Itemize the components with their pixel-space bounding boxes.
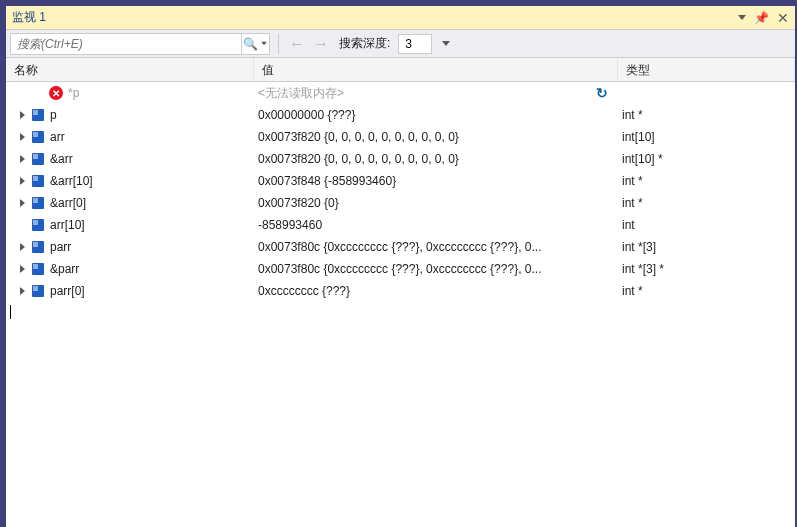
row-value: 0xcccccccc {???}	[258, 284, 614, 298]
type-cell: int *	[618, 284, 795, 298]
name-cell[interactable]: parr	[6, 239, 254, 255]
name-cell[interactable]: &arr	[6, 151, 254, 167]
expander-icon[interactable]	[16, 109, 28, 121]
table-row[interactable]: arr0x0073f820 {0, 0, 0, 0, 0, 0, 0, 0, 0…	[6, 126, 795, 148]
table-row[interactable]: &arr0x0073f820 {0, 0, 0, 0, 0, 0, 0, 0, …	[6, 148, 795, 170]
row-name: &parr	[50, 262, 79, 276]
table-row[interactable]: ✕*p<无法读取内存>↻	[6, 82, 795, 104]
row-value: 0x0073f820 {0}	[258, 196, 614, 210]
pin-icon[interactable]: 📌	[754, 11, 769, 25]
depth-value: 3	[405, 37, 412, 51]
expander-icon[interactable]	[16, 153, 28, 165]
expander-icon[interactable]	[16, 263, 28, 275]
value-cell[interactable]: 0x0073f848 {-858993460}	[254, 174, 618, 188]
row-value: 0x0073f820 {0, 0, 0, 0, 0, 0, 0, 0, 0, 0…	[258, 152, 614, 166]
type-cell: int *	[618, 196, 795, 210]
row-name: *p	[68, 86, 79, 100]
type-cell: int *	[618, 174, 795, 188]
row-name: &arr	[50, 152, 73, 166]
row-type: int *	[622, 174, 643, 188]
close-icon[interactable]: ✕	[777, 10, 789, 26]
row-type: int *	[622, 108, 643, 122]
value-cell[interactable]: 0x00000000 {???}	[254, 108, 618, 122]
variable-icon	[30, 283, 46, 299]
header-type[interactable]: 类型	[618, 58, 795, 81]
expander-icon[interactable]	[16, 241, 28, 253]
variable-icon	[30, 151, 46, 167]
expander-icon[interactable]	[16, 197, 28, 209]
new-watch-row[interactable]	[6, 302, 795, 322]
table-row[interactable]: &arr[0]0x0073f820 {0}int *	[6, 192, 795, 214]
value-cell[interactable]: 0x0073f820 {0}	[254, 196, 618, 210]
row-value: 0x0073f848 {-858993460}	[258, 174, 614, 188]
watch-grid: 名称 值 类型 ✕*p<无法读取内存>↻p0x00000000 {???}int…	[6, 58, 795, 322]
row-name: arr	[50, 130, 65, 144]
table-row[interactable]: &parr0x0073f80c {0xcccccccc {???}, 0xccc…	[6, 258, 795, 280]
row-type: int[10] *	[622, 152, 663, 166]
variable-icon	[30, 239, 46, 255]
name-cell[interactable]: arr[10]	[6, 217, 254, 233]
table-row[interactable]: parr0x0073f80c {0xcccccccc {???}, 0xcccc…	[6, 236, 795, 258]
name-cell[interactable]: ✕*p	[6, 85, 254, 101]
value-cell[interactable]: -858993460	[254, 218, 618, 232]
header-value[interactable]: 值	[254, 58, 618, 81]
type-cell: int *[3]	[618, 240, 795, 254]
name-cell[interactable]: arr	[6, 129, 254, 145]
value-cell[interactable]: <无法读取内存>↻	[254, 85, 618, 102]
row-value: -858993460	[258, 218, 614, 232]
variable-icon	[30, 107, 46, 123]
variable-icon	[30, 173, 46, 189]
variable-icon	[30, 129, 46, 145]
nav-forward-button[interactable]: →	[311, 35, 331, 53]
expander-icon[interactable]	[16, 285, 28, 297]
name-cell[interactable]: &arr[0]	[6, 195, 254, 211]
table-row[interactable]: &arr[10]0x0073f848 {-858993460}int *	[6, 170, 795, 192]
expander-icon[interactable]	[16, 131, 28, 143]
nav-back-button[interactable]: ←	[287, 35, 307, 53]
row-value: 0x0073f80c {0xcccccccc {???}, 0xcccccccc…	[258, 240, 614, 254]
row-value: 0x0073f820 {0, 0, 0, 0, 0, 0, 0, 0, 0, 0…	[258, 130, 614, 144]
name-cell[interactable]: p	[6, 107, 254, 123]
type-cell: int[10]	[618, 130, 795, 144]
depth-label: 搜索深度:	[339, 35, 390, 52]
panel-title: 监视 1	[12, 9, 738, 26]
value-cell[interactable]: 0xcccccccc {???}	[254, 284, 618, 298]
chevron-down-icon[interactable]	[442, 41, 450, 46]
grid-header: 名称 值 类型	[6, 58, 795, 82]
search-icon: 🔍	[243, 37, 258, 51]
name-cell[interactable]: &arr[10]	[6, 173, 254, 189]
panel-title-bar: 监视 1 📌 ✕	[6, 6, 795, 30]
row-name: parr[0]	[50, 284, 85, 298]
row-name: p	[50, 108, 57, 122]
type-cell: int *[3] *	[618, 262, 795, 276]
refresh-icon[interactable]: ↻	[596, 85, 608, 101]
search-input[interactable]	[11, 37, 241, 51]
row-name: parr	[50, 240, 71, 254]
search-box[interactable]: 🔍	[10, 33, 270, 55]
row-type: int	[622, 218, 635, 232]
name-cell[interactable]: parr[0]	[6, 283, 254, 299]
window-menu-icon[interactable]	[738, 15, 746, 20]
name-cell[interactable]: &parr	[6, 261, 254, 277]
row-name: arr[10]	[50, 218, 85, 232]
depth-select[interactable]: 3	[398, 34, 432, 54]
value-cell[interactable]: 0x0073f820 {0, 0, 0, 0, 0, 0, 0, 0, 0, 0…	[254, 130, 618, 144]
search-button[interactable]: 🔍	[241, 33, 269, 55]
variable-icon	[30, 261, 46, 277]
toolbar: 🔍 ← → 搜索深度: 3	[6, 30, 795, 58]
header-name[interactable]: 名称	[6, 58, 254, 81]
row-value: 0x0073f80c {0xcccccccc {???}, 0xcccccccc…	[258, 262, 614, 276]
table-row[interactable]: p0x00000000 {???}int *	[6, 104, 795, 126]
row-type: int *[3]	[622, 240, 656, 254]
table-row[interactable]: arr[10]-858993460int	[6, 214, 795, 236]
type-cell: int *	[618, 108, 795, 122]
row-value: 0x00000000 {???}	[258, 108, 614, 122]
value-cell[interactable]: 0x0073f80c {0xcccccccc {???}, 0xcccccccc…	[254, 262, 618, 276]
row-name: &arr[0]	[50, 196, 86, 210]
table-row[interactable]: parr[0]0xcccccccc {???}int *	[6, 280, 795, 302]
value-cell[interactable]: 0x0073f80c {0xcccccccc {???}, 0xcccccccc…	[254, 240, 618, 254]
row-name: &arr[10]	[50, 174, 93, 188]
value-cell[interactable]: 0x0073f820 {0, 0, 0, 0, 0, 0, 0, 0, 0, 0…	[254, 152, 618, 166]
expander-icon[interactable]	[16, 175, 28, 187]
type-cell: int	[618, 218, 795, 232]
